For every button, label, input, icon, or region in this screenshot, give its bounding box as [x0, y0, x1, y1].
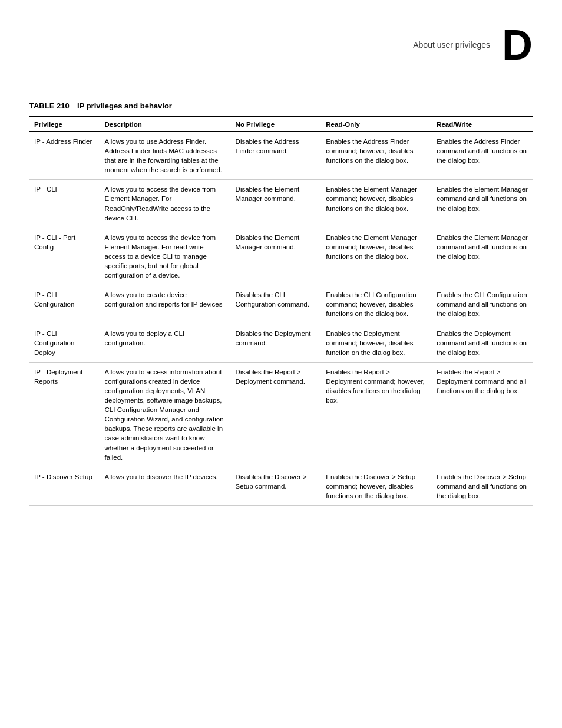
col-header-noprivilege: No Privilege — [231, 117, 322, 132]
table-header-row: Privilege Description No Privilege Read-… — [29, 117, 533, 132]
table-row: IP - Deployment ReportsAllows you to acc… — [29, 362, 533, 467]
col-header-description: Description — [100, 117, 231, 132]
cell-no_privilege: Disables the CLI Configuration command. — [231, 285, 322, 324]
cell-read_write: Enables the Element Manager command and … — [432, 228, 533, 285]
cell-privilege: IP - Deployment Reports — [29, 362, 100, 467]
cell-read_write: Enables the Address Finder command and a… — [432, 132, 533, 180]
cell-read_only: Enables the Report > Deployment command;… — [321, 362, 432, 467]
cell-read_write: Enables the CLI Configuration command an… — [432, 285, 533, 324]
cell-privilege: IP - CLI - Port Config — [29, 228, 100, 285]
table-row: IP - Address FinderAllows you to use Add… — [29, 132, 533, 180]
cell-description: Allows you to use Address Finder. Addres… — [100, 132, 231, 180]
cell-read_only: Enables the Element Manager command; how… — [321, 228, 432, 285]
table-row: IP - CLIAllows you to access the device … — [29, 180, 533, 228]
col-header-readwrite: Read/Write — [432, 117, 533, 132]
table-row: IP - CLI Configuration DeployAllows you … — [29, 324, 533, 362]
cell-read_write: Enables the Element Manager command and … — [432, 180, 533, 228]
cell-read_write: Enables the Report > Deployment command … — [432, 362, 533, 467]
cell-no_privilege: Disables the Deployment command. — [231, 324, 322, 362]
cell-privilege: IP - CLI — [29, 180, 100, 228]
page-header: About user privileges D — [29, 24, 533, 66]
cell-description: Allows you to discover the IP devices. — [100, 467, 231, 505]
col-header-privilege: Privilege — [29, 117, 100, 132]
table-row: IP - Discover SetupAllows you to discove… — [29, 467, 533, 505]
cell-privilege: IP - Discover Setup — [29, 467, 100, 505]
cell-read_only: Enables the Element Manager command; how… — [321, 180, 432, 228]
table-heading: TABLE 210 IP privileges and behavior — [29, 101, 533, 110]
cell-description: Allows you to access the device from Ele… — [100, 180, 231, 228]
col-header-readonly: Read-Only — [321, 117, 432, 132]
table-row: IP - CLI ConfigurationAllows you to crea… — [29, 285, 533, 324]
cell-no_privilege: Disables the Report > Deployment command… — [231, 362, 322, 467]
cell-description: Allows you to access the device from Ele… — [100, 228, 231, 285]
cell-no_privilege: Disables the Address Finder command. — [231, 132, 322, 180]
cell-read_write: Enables the Deployment command and all f… — [432, 324, 533, 362]
cell-no_privilege: Disables the Discover > Setup command. — [231, 467, 322, 505]
cell-description: Allows you to deploy a CLI configuration… — [100, 324, 231, 362]
cell-description: Allows you to access information about c… — [100, 362, 231, 467]
page-header-title: About user privileges — [413, 40, 490, 50]
cell-read_only: Enables the Address Finder command; howe… — [321, 132, 432, 180]
cell-read_only: Enables the CLI Configuration command; h… — [321, 285, 432, 324]
cell-read_only: Enables the Discover > Setup command; ho… — [321, 467, 432, 505]
page-header-letter: D — [502, 24, 533, 66]
cell-read_only: Enables the Deployment command; however,… — [321, 324, 432, 362]
cell-no_privilege: Disables the Element Manager command. — [231, 228, 322, 285]
table-row: IP - CLI - Port ConfigAllows you to acce… — [29, 228, 533, 285]
privileges-table: Privilege Description No Privilege Read-… — [29, 116, 533, 506]
cell-no_privilege: Disables the Element Manager command. — [231, 180, 322, 228]
cell-description: Allows you to create device configuratio… — [100, 285, 231, 324]
table-caption-label: TABLE 210 — [29, 101, 70, 110]
cell-read_write: Enables the Discover > Setup command and… — [432, 467, 533, 505]
cell-privilege: IP - CLI Configuration — [29, 285, 100, 324]
cell-privilege: IP - Address Finder — [29, 132, 100, 180]
table-caption-title: IP privileges and behavior — [77, 101, 172, 110]
cell-privilege: IP - CLI Configuration Deploy — [29, 324, 100, 362]
